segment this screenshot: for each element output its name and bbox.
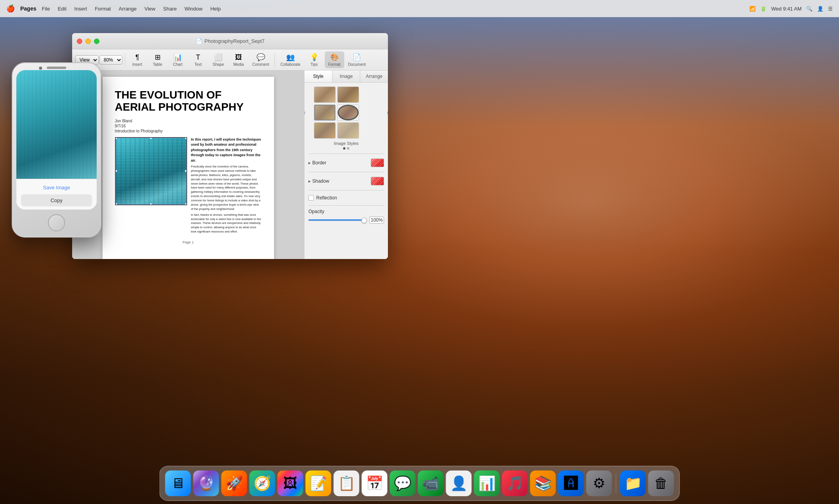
dock-itunes[interactable]: 🎵 bbox=[502, 471, 528, 496]
menu-format[interactable]: Format bbox=[95, 6, 111, 12]
menubar-search[interactable]: 🔍 bbox=[806, 6, 812, 12]
handle-middle-left[interactable] bbox=[115, 170, 117, 172]
shape-button[interactable]: ⬜ Shape bbox=[209, 51, 228, 68]
handle-top-left[interactable] bbox=[115, 137, 117, 139]
opacity-label: Opacity bbox=[308, 209, 384, 214]
document-area[interactable]: THE EVOLUTION OF AERIAL PHOTOGRAPHY Jon … bbox=[72, 70, 304, 259]
handle-bottom-right[interactable] bbox=[185, 203, 187, 205]
dock-folder[interactable]: 📁 bbox=[620, 471, 646, 496]
text-button[interactable]: T Text bbox=[188, 52, 208, 68]
style-thumbnail-5[interactable] bbox=[314, 122, 336, 139]
media-button[interactable]: 🖼 Media bbox=[229, 52, 248, 68]
menubar-control-center[interactable]: ☰ bbox=[828, 6, 833, 12]
iphone-frame: Save Image Copy bbox=[12, 62, 101, 238]
chart-button[interactable]: 📊 Chart bbox=[168, 51, 188, 68]
menu-insert[interactable]: Insert bbox=[74, 6, 87, 12]
tips-button[interactable]: 💡 Tips bbox=[304, 51, 324, 68]
document-icon: 📄 bbox=[196, 38, 202, 44]
menu-arrange[interactable]: Arrange bbox=[119, 6, 136, 12]
style-thumbnail-3[interactable] bbox=[314, 104, 336, 121]
shadow-color-picker[interactable] bbox=[371, 177, 384, 185]
dock-launchpad[interactable]: 🚀 bbox=[221, 471, 247, 496]
media-icon: 🖼 bbox=[235, 53, 242, 62]
style-grid bbox=[314, 86, 379, 139]
apple-menu[interactable]: 🍎 bbox=[6, 4, 15, 13]
dock-siri[interactable]: 🔮 bbox=[193, 471, 219, 496]
opacity-value[interactable]: 100% bbox=[369, 217, 384, 224]
style-thumbnail-6[interactable] bbox=[337, 122, 359, 139]
dock-contacts[interactable]: 👤 bbox=[446, 471, 472, 496]
menubar-user[interactable]: 👤 bbox=[817, 6, 823, 12]
menu-edit[interactable]: Edit bbox=[58, 6, 66, 12]
menu-file[interactable]: File bbox=[42, 6, 50, 12]
menu-window[interactable]: Window bbox=[184, 6, 202, 12]
maximize-button[interactable] bbox=[94, 39, 99, 44]
comment-button[interactable]: 💬 Comment bbox=[249, 51, 272, 68]
dock-divider bbox=[616, 474, 616, 493]
save-image-button[interactable]: Save Image bbox=[21, 182, 92, 193]
image-styles-label: Image Styles bbox=[308, 141, 384, 146]
dock-settings[interactable]: ⚙ bbox=[586, 471, 612, 496]
document-page: THE EVOLUTION OF AERIAL PHOTOGRAPHY Jon … bbox=[103, 77, 274, 259]
dock-books[interactable]: 📚 bbox=[530, 471, 556, 496]
close-button[interactable] bbox=[77, 39, 82, 44]
dock-calendar[interactable]: 📅 bbox=[362, 471, 388, 496]
menu-help[interactable]: Help bbox=[210, 6, 221, 12]
dock-reminders[interactable]: 📋 bbox=[334, 471, 359, 496]
style-thumbnail-2[interactable] bbox=[337, 86, 359, 103]
reflection-row[interactable]: Reflection bbox=[308, 194, 384, 202]
handle-bottom-middle[interactable] bbox=[150, 203, 152, 205]
handle-middle-right[interactable] bbox=[185, 170, 187, 172]
styles-arrow-right[interactable]: › bbox=[387, 109, 388, 116]
window-titlebar: 📄 PhotographyReport_Sept7 bbox=[72, 33, 388, 49]
shadow-label: Shadow bbox=[312, 178, 371, 184]
collaborate-button[interactable]: 👥 Collaborate bbox=[277, 51, 303, 68]
table-button[interactable]: ⊞ Table bbox=[148, 51, 167, 68]
tab-style[interactable]: Style bbox=[304, 70, 333, 82]
iphone-screen: Save Image Copy bbox=[16, 70, 97, 210]
iphone-home-button[interactable] bbox=[48, 214, 65, 231]
reflection-section: Reflection bbox=[308, 190, 384, 205]
handle-top-middle[interactable] bbox=[150, 137, 152, 139]
handle-top-right[interactable] bbox=[185, 137, 187, 139]
handle-bottom-left[interactable] bbox=[115, 203, 117, 205]
insert-button[interactable]: ¶ Insert bbox=[127, 52, 147, 68]
zoom-select[interactable]: 80% bbox=[99, 55, 122, 65]
reflection-checkbox[interactable] bbox=[308, 195, 314, 201]
window-title: 📄 PhotographyReport_Sept7 bbox=[196, 38, 265, 44]
dock-numbers[interactable]: 📊 bbox=[474, 471, 500, 496]
document-image[interactable] bbox=[115, 137, 187, 205]
reflection-label: Reflection bbox=[316, 195, 384, 201]
table-icon: ⊞ bbox=[155, 53, 161, 62]
dock-finder[interactable]: 🖥 bbox=[165, 471, 191, 496]
dock-safari[interactable]: 🧭 bbox=[250, 471, 275, 496]
dock-trash[interactable]: 🗑 bbox=[648, 471, 674, 496]
dock-appstore[interactable]: 🅰 bbox=[558, 471, 584, 496]
document-button[interactable]: 📄 Document bbox=[345, 51, 369, 68]
styles-arrow-left[interactable]: ‹ bbox=[304, 109, 306, 116]
style-thumbnail-1[interactable] bbox=[314, 86, 336, 103]
border-row[interactable]: ▶ Border bbox=[308, 157, 384, 169]
border-color-picker[interactable] bbox=[371, 159, 384, 167]
dock-facetime[interactable]: 📹 bbox=[418, 471, 444, 496]
style-thumbnail-4[interactable] bbox=[337, 104, 359, 121]
dock-photos-app[interactable]: 🖼 bbox=[278, 471, 303, 496]
app-name[interactable]: Pages bbox=[20, 5, 36, 12]
document-icon-tb: 📄 bbox=[352, 53, 361, 62]
format-button[interactable]: 🎨 Format bbox=[325, 51, 344, 68]
menu-view[interactable]: View bbox=[145, 6, 156, 12]
insert-icon: ¶ bbox=[135, 53, 139, 62]
tab-image[interactable]: Image bbox=[333, 70, 361, 82]
shadow-row[interactable]: ▶ Shadow bbox=[308, 175, 384, 187]
tab-arrange[interactable]: Arrange bbox=[360, 70, 388, 82]
copy-button[interactable]: Copy bbox=[21, 194, 92, 206]
styles-dots bbox=[308, 147, 384, 150]
opacity-slider[interactable] bbox=[308, 219, 367, 221]
minimize-button[interactable] bbox=[85, 39, 91, 44]
dock-notes[interactable]: 📝 bbox=[306, 471, 331, 496]
image-styles-section: ‹ › Image Styles bbox=[308, 86, 384, 150]
menubar-time: Wed 9:41 AM bbox=[771, 6, 802, 12]
image-selection-handles bbox=[116, 138, 186, 204]
menu-share[interactable]: Share bbox=[163, 6, 177, 12]
dock-messages[interactable]: 💬 bbox=[390, 471, 416, 496]
